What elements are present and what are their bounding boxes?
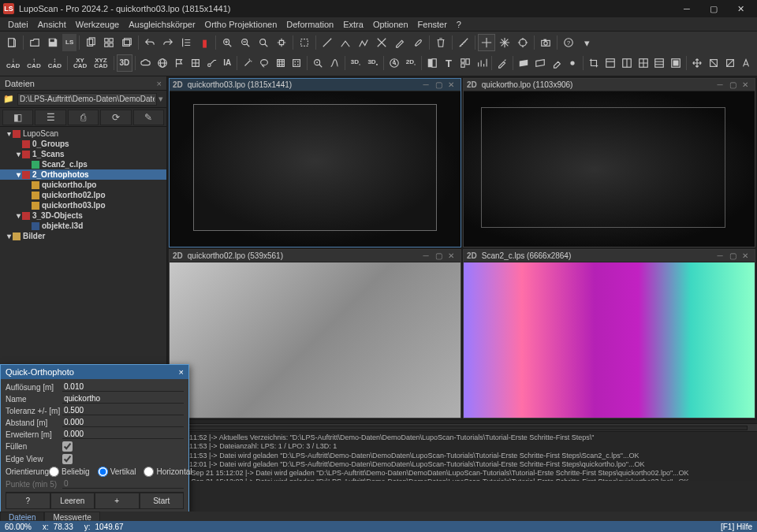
dot-icon[interactable] — [565, 54, 581, 72]
volume-icon[interactable] — [188, 54, 203, 72]
erase-icon[interactable] — [549, 54, 565, 72]
viewport-header[interactable]: 2Dquickortho02.lpo (539x561) ─ ▢ ✕ — [170, 250, 461, 262]
new-icon[interactable] — [3, 34, 21, 51]
viewport-header[interactable]: 2Dquickortho03.lpo (1815x1441) ─ ▢ ✕ — [170, 79, 461, 91]
tree-filter2-icon[interactable]: ☰ — [35, 110, 65, 125]
orient-vertical-radio[interactable]: Vertikal — [98, 467, 136, 477]
viewport-4[interactable]: 2DScan2_c.lps (6666x2864) ─ ▢ ✕ — [463, 249, 755, 419]
wand-icon[interactable] — [240, 54, 255, 72]
orient-any-radio[interactable]: Beliebig — [49, 467, 90, 477]
dialog-add-button[interactable]: + — [95, 493, 140, 509]
open-icon[interactable] — [26, 34, 43, 51]
redo-icon[interactable] — [159, 34, 177, 51]
windows-icon[interactable] — [100, 34, 117, 51]
tree-item[interactable]: ▾3_3D-Objects — [0, 210, 166, 221]
layout1-icon[interactable] — [602, 54, 618, 72]
grid-icon[interactable] — [273, 54, 289, 72]
grid2-icon[interactable] — [289, 54, 305, 72]
dialog-clear-button[interactable]: Leeren — [50, 493, 95, 509]
dialog-help-button[interactable]: ? — [6, 493, 50, 509]
viewport-close-icon[interactable]: ✕ — [739, 251, 751, 260]
flag-icon[interactable] — [171, 54, 187, 72]
3d-icon[interactable]: 3D — [117, 54, 133, 72]
stop-icon[interactable]: ▮ — [196, 34, 213, 51]
menu-file[interactable]: Datei — [3, 20, 33, 29]
pan-icon[interactable] — [273, 34, 290, 51]
camera-icon[interactable] — [537, 34, 554, 51]
tolerance-input[interactable]: 0.500 — [62, 406, 184, 415]
scan-path-icon[interactable] — [326, 54, 342, 72]
resolution-input[interactable]: 0.010 — [62, 382, 184, 392]
snap1-icon[interactable] — [496, 34, 513, 51]
tool-x1-icon[interactable] — [706, 54, 722, 72]
tree-item[interactable]: quickortho03.lpo — [0, 200, 166, 210]
tree-filter3-icon[interactable]: ⎙ — [68, 110, 99, 125]
distance-input[interactable]: 0.000 — [62, 418, 184, 427]
menu-extra[interactable]: Extra — [338, 20, 368, 29]
tree-filter1-icon[interactable]: ◧ — [2, 110, 33, 125]
text-icon[interactable]: T — [441, 54, 457, 72]
tree-item[interactable]: ▾2_Orthophotos — [0, 169, 166, 180]
tree-item[interactable]: ▾1_Scans — [0, 149, 166, 159]
copy-icon[interactable] — [82, 34, 99, 51]
cad2-icon[interactable]: ↑CAD — [24, 54, 43, 72]
chevron-down-icon[interactable]: ▾ — [578, 34, 595, 51]
maximize-button[interactable]: ▢ — [700, 0, 727, 17]
lasso-icon[interactable] — [256, 54, 272, 72]
viewport-minimize-icon[interactable]: ─ — [714, 80, 726, 89]
tree-item[interactable]: quickortho02.lpo — [0, 190, 166, 200]
name-input[interactable]: quickortho — [62, 394, 184, 404]
tree-item[interactable]: objekte.l3d — [0, 221, 166, 231]
viewport-canvas[interactable] — [464, 91, 755, 247]
fill-checkbox[interactable] — [62, 441, 73, 452]
tree-item[interactable]: ▾LupoScan — [0, 128, 166, 139]
menu-fitbodies[interactable]: Ausgleichskörper — [124, 20, 200, 29]
label-icon[interactable] — [203, 54, 219, 72]
contrast-icon[interactable] — [424, 54, 440, 72]
layout2-icon[interactable] — [619, 54, 635, 72]
viewport-2[interactable]: 2Dquickortho.lpo (1103x906) ─ ▢ ✕ — [463, 78, 755, 247]
perspective-icon[interactable] — [738, 54, 754, 72]
viewport-canvas[interactable] — [170, 91, 461, 247]
dialog-close-icon[interactable]: × — [179, 367, 184, 377]
ia-icon[interactable]: IA — [220, 54, 234, 72]
viewport-minimize-icon[interactable]: ─ — [420, 80, 432, 89]
path-input[interactable] — [17, 93, 157, 106]
viewport-header[interactable]: 2Dquickortho.lpo (1103x906) ─ ▢ ✕ — [464, 79, 755, 91]
edit-icon[interactable] — [391, 34, 408, 51]
viewport-1[interactable]: 2Dquickortho03.lpo (1815x1441) ─ ▢ ✕ — [169, 78, 461, 247]
viewport-minimize-icon[interactable]: ─ — [420, 251, 432, 260]
crosshair-icon[interactable] — [478, 34, 495, 51]
cad-xy-icon[interactable]: XYCAD — [70, 54, 90, 72]
delete-icon[interactable] — [432, 34, 449, 51]
console-scrollbar[interactable] — [177, 426, 748, 430]
cloud-icon[interactable] — [138, 54, 154, 72]
viewport-close-icon[interactable]: ✕ — [445, 80, 457, 89]
viewport-maximize-icon[interactable]: ▢ — [432, 80, 445, 89]
cad3-icon[interactable]: ↕CAD — [45, 54, 65, 72]
measure-icon[interactable] — [455, 34, 472, 51]
tree-item[interactable]: ▾Bilder — [0, 231, 166, 241]
tree-item[interactable]: quickortho.lpo — [0, 180, 166, 190]
menu-deformation[interactable]: Deformation — [282, 20, 338, 29]
line-draw4-icon[interactable] — [373, 34, 390, 51]
compass-icon[interactable] — [386, 54, 402, 72]
menu-view[interactable]: Ansicht — [33, 20, 71, 29]
viewport-minimize-icon[interactable]: ─ — [714, 251, 726, 260]
search-target-icon[interactable] — [310, 54, 326, 72]
menu-ortho[interactable]: Ortho Projektionen — [200, 20, 282, 29]
cad-xyz-icon[interactable]: XYZCAD — [91, 54, 110, 72]
tree-item[interactable]: Scan2_c.lps — [0, 159, 166, 169]
extend-input[interactable]: 0.000 — [62, 430, 184, 439]
viewport-canvas[interactable] — [170, 262, 461, 418]
line-draw3-icon[interactable] — [355, 34, 372, 51]
tool-x2-icon[interactable] — [722, 54, 738, 72]
globe-icon[interactable] — [155, 54, 170, 72]
left-align-icon[interactable] — [177, 34, 195, 51]
close-button[interactable]: ✕ — [727, 0, 754, 17]
crop-icon[interactable] — [586, 54, 602, 72]
tree-filter5-icon[interactable]: ✎ — [133, 110, 164, 125]
2d-sub-icon[interactable]: 2D▫ — [403, 54, 420, 72]
help-icon[interactable]: ? — [560, 34, 577, 51]
save-icon[interactable] — [44, 34, 62, 51]
